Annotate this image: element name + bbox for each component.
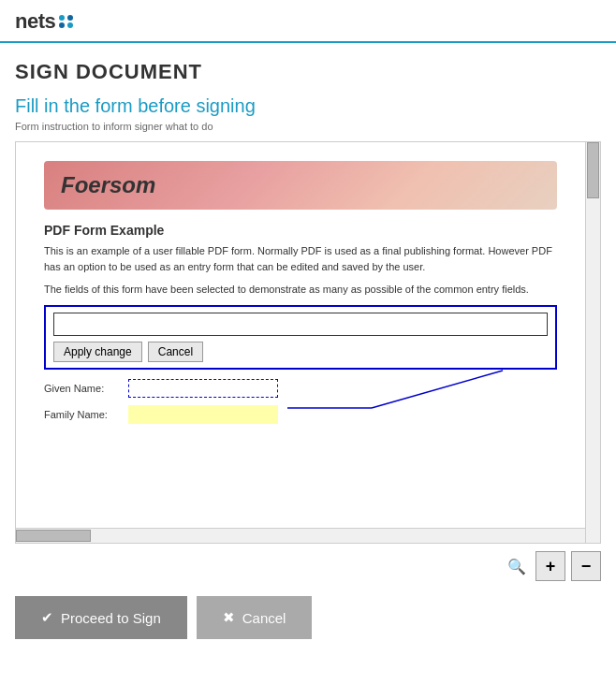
given-name-label: Given Name:: [44, 383, 128, 394]
zoom-out-button[interactable]: −: [571, 551, 601, 581]
bottom-toolbar: 🔍 + −: [0, 544, 616, 589]
page-content: SIGN DOCUMENT Fill in the form before si…: [0, 43, 616, 544]
vertical-scrollbar-thumb[interactable]: [587, 142, 599, 198]
family-name-input-yellow[interactable]: [128, 405, 278, 424]
given-name-row: Given Name:: [44, 379, 557, 398]
cancel-main-button[interactable]: ✖ Cancel: [197, 596, 313, 639]
pdf-body-text-1: This is an example of a user fillable PD…: [44, 243, 557, 274]
logo-dot-2: [67, 15, 73, 21]
horizontal-scrollbar-thumb[interactable]: [16, 530, 91, 542]
pdf-container: Foersom PDF Form Example This is an exam…: [15, 141, 601, 544]
logo-dot-3: [59, 22, 65, 28]
pdf-section-title: PDF Form Example: [44, 223, 557, 238]
logo-text: nets: [15, 9, 55, 34]
proceed-icon: ✔: [41, 609, 53, 626]
logo: nets: [15, 9, 601, 34]
edit-cancel-button[interactable]: Cancel: [148, 342, 203, 362]
family-name-label: Family Name:: [44, 409, 128, 420]
header: nets: [0, 0, 616, 43]
vertical-scrollbar[interactable]: [585, 142, 600, 543]
given-name-input-dashed[interactable]: [128, 379, 278, 398]
page-title: SIGN DOCUMENT: [15, 60, 601, 84]
cancel-label: Cancel: [242, 610, 286, 626]
pdf-inner: Foersom PDF Form Example This is an exam…: [16, 142, 585, 528]
proceed-label: Proceed to Sign: [61, 610, 161, 626]
logo-dots: [59, 15, 73, 28]
form-instruction: Form instruction to inform signer what t…: [15, 121, 601, 132]
edit-buttons: Apply change Cancel: [53, 342, 548, 362]
search-button[interactable]: 🔍: [504, 556, 530, 577]
pdf-banner-title: Foersom: [61, 172, 155, 197]
apply-change-button[interactable]: Apply change: [53, 342, 142, 362]
action-bar: ✔ Proceed to Sign ✖ Cancel: [0, 589, 616, 654]
pdf-banner: Foersom: [44, 161, 557, 210]
edit-overlay-wrapper: Apply change Cancel Given Name: Family: [44, 305, 557, 424]
logo-dot-4: [67, 22, 73, 28]
edit-input[interactable]: [53, 313, 548, 336]
family-name-row: Family Name:: [44, 405, 557, 424]
logo-dot-1: [59, 15, 65, 21]
zoom-in-button[interactable]: +: [535, 551, 565, 581]
proceed-to-sign-button[interactable]: ✔ Proceed to Sign: [15, 596, 187, 639]
pdf-body-text-2: The fields of this form have been select…: [44, 282, 557, 298]
horizontal-scrollbar[interactable]: [16, 528, 585, 543]
form-heading: Fill in the form before signing: [15, 95, 601, 117]
cancel-icon: ✖: [223, 609, 235, 626]
edit-overlay: Apply change Cancel: [44, 305, 557, 370]
